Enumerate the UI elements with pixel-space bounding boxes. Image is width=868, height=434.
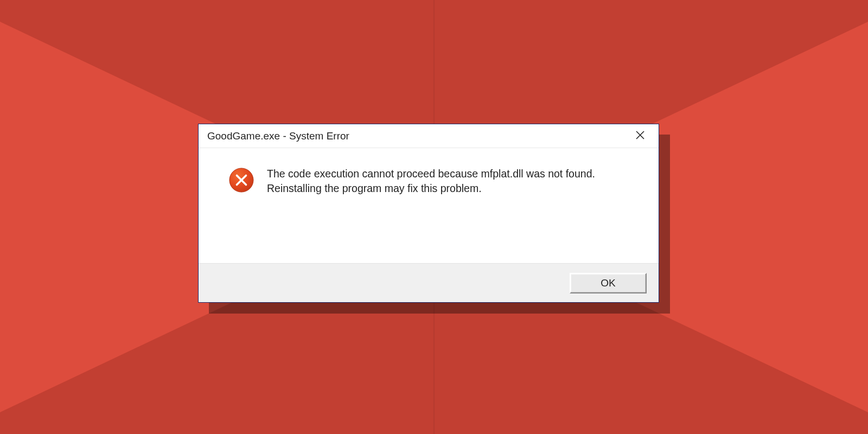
titlebar: GoodGame.exe - System Error <box>199 124 659 148</box>
dialog-footer: OK <box>199 263 659 302</box>
close-button[interactable] <box>629 125 651 147</box>
close-icon <box>636 131 644 142</box>
dialog-content: The code execution cannot proceed becaus… <box>199 148 659 263</box>
error-dialog: GoodGame.exe - System Error <box>198 124 659 303</box>
error-x-icon <box>229 168 254 193</box>
ok-button[interactable]: OK <box>570 273 647 293</box>
ok-button-label: OK <box>601 277 615 289</box>
error-message: The code execution cannot proceed becaus… <box>267 167 614 196</box>
dialog-title: GoodGame.exe - System Error <box>207 130 629 142</box>
